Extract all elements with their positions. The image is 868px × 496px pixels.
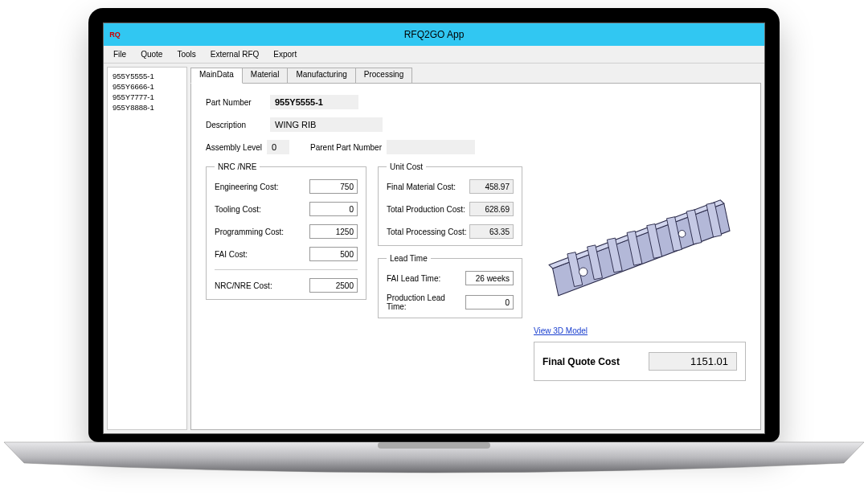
part-tree: 955Y5555-1 955Y6666-1 955Y7777-1 955Y888… (107, 67, 187, 430)
tab-processing[interactable]: Processing (355, 68, 412, 84)
prog-cost-field[interactable] (309, 224, 358, 239)
final-quote-label: Final Quote Cost (542, 356, 620, 367)
lead-time-legend: Lead Time (387, 254, 431, 263)
window-title: RFQ2GO App (104, 29, 764, 40)
unit-cost-group: Unit Cost Final Material Cost: Total Pro… (378, 162, 522, 246)
main-panel: MainData Material Manufacturing Processi… (190, 67, 761, 430)
menu-file[interactable]: File (107, 48, 133, 60)
mat-cost-label: Final Material Cost: (387, 182, 456, 191)
eng-cost-label: Engineering Cost: (215, 182, 279, 191)
fai-cost-field[interactable] (309, 247, 358, 261)
menu-export[interactable]: Export (267, 48, 303, 60)
assembly-level-field[interactable] (267, 140, 289, 154)
tab-maindata[interactable]: MainData (190, 68, 243, 84)
nrc-total-label: NRC/NRE Cost: (215, 281, 272, 290)
fai-cost-label: FAI Cost: (215, 250, 248, 259)
tree-item[interactable]: 955Y6666-1 (109, 81, 185, 92)
prod-lead-label: Production Lead Time: (387, 293, 465, 311)
tab-strip: MainData Material Manufacturing Processi… (190, 67, 761, 83)
tool-cost-label: Tooling Cost: (215, 205, 261, 214)
nrc-total-field[interactable] (309, 278, 358, 293)
unit-cost-legend: Unit Cost (387, 162, 426, 171)
view-3d-link[interactable]: View 3D Model (534, 326, 588, 335)
parent-pn-field[interactable] (387, 140, 475, 154)
fai-lead-label: FAI Lead Time: (387, 274, 440, 283)
proc-cost-field (469, 224, 514, 239)
eng-cost-field[interactable] (309, 179, 358, 194)
part-number-label: Part Number (206, 98, 270, 107)
prod-cost-field (469, 202, 514, 216)
titlebar: RQ RFQ2GO App (104, 23, 764, 46)
nrc-legend: NRC /NRE (215, 162, 260, 171)
tab-manufacturing[interactable]: Manufacturing (287, 68, 355, 84)
assembly-level-label: Assembly Level (206, 143, 262, 152)
proc-cost-label: Total Processing Cost: (387, 228, 467, 236)
parent-pn-label: Parent Part Number (310, 143, 382, 152)
app-icon: RQ (108, 28, 121, 41)
nrc-group: NRC /NRE Engineering Cost: Tooling Cost: (206, 162, 366, 300)
app-window: RQ RFQ2GO App File Quote Tools External … (103, 23, 765, 434)
divider (215, 269, 358, 270)
tab-content-maindata: Part Number Description Assembly Level P… (190, 83, 761, 430)
prog-cost-label: Programming Cost: (215, 228, 284, 236)
tree-item[interactable]: 955Y5555-1 (109, 71, 185, 81)
wing-rib-icon (535, 174, 744, 311)
final-quote-box: Final Quote Cost 1151.01 (534, 342, 746, 381)
part-number-field[interactable] (270, 95, 358, 109)
tree-item[interactable]: 955Y7777-1 (109, 92, 185, 102)
final-quote-value: 1151.01 (649, 352, 737, 371)
prod-cost-label: Total Production Cost: (387, 205, 465, 214)
lead-time-group: Lead Time FAI Lead Time: Production Lead… (378, 254, 522, 318)
tab-material[interactable]: Material (242, 68, 289, 84)
description-label: Description (206, 121, 270, 129)
laptop-base-icon (0, 441, 868, 481)
tool-cost-field[interactable] (309, 202, 358, 216)
model-preview[interactable] (534, 162, 746, 323)
description-field[interactable] (270, 117, 383, 132)
menubar: File Quote Tools External RFQ Export (104, 46, 764, 64)
workspace: 955Y5555-1 955Y6666-1 955Y7777-1 955Y888… (104, 64, 764, 433)
prod-lead-field[interactable] (465, 295, 514, 309)
tree-item[interactable]: 955Y8888-1 (109, 102, 185, 113)
fai-lead-field[interactable] (465, 271, 514, 285)
mat-cost-field (469, 179, 514, 194)
svg-rect-12 (378, 442, 490, 449)
menu-quote[interactable]: Quote (134, 48, 169, 60)
menu-external-rfq[interactable]: External RFQ (204, 48, 266, 60)
menu-tools[interactable]: Tools (170, 48, 202, 60)
